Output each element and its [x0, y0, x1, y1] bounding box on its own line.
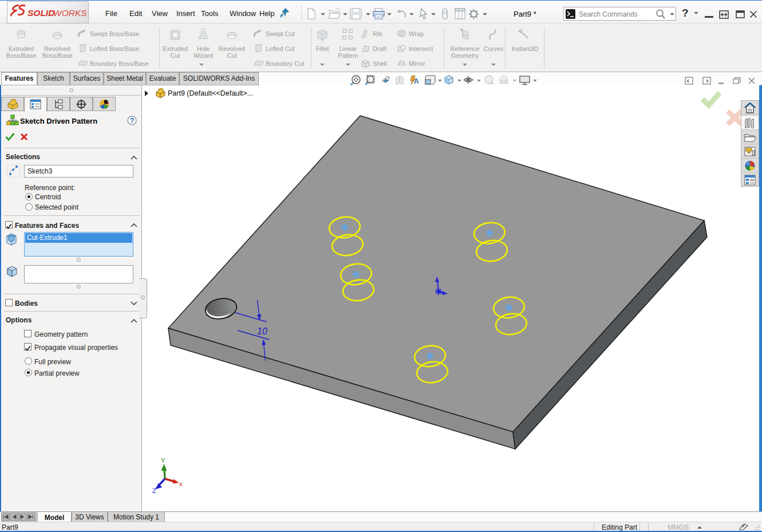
svg-text:Y: Y: [161, 457, 165, 464]
svg-text:Z: Z: [152, 487, 156, 494]
svg-text:10: 10: [257, 326, 267, 336]
svg-text:x: x: [179, 480, 183, 487]
svg-text:?: ?: [130, 117, 134, 125]
svg-text:SOLID: SOLID: [27, 8, 54, 18]
svg-text:WORKS: WORKS: [53, 8, 87, 18]
svg-text:A: A: [414, 77, 419, 85]
